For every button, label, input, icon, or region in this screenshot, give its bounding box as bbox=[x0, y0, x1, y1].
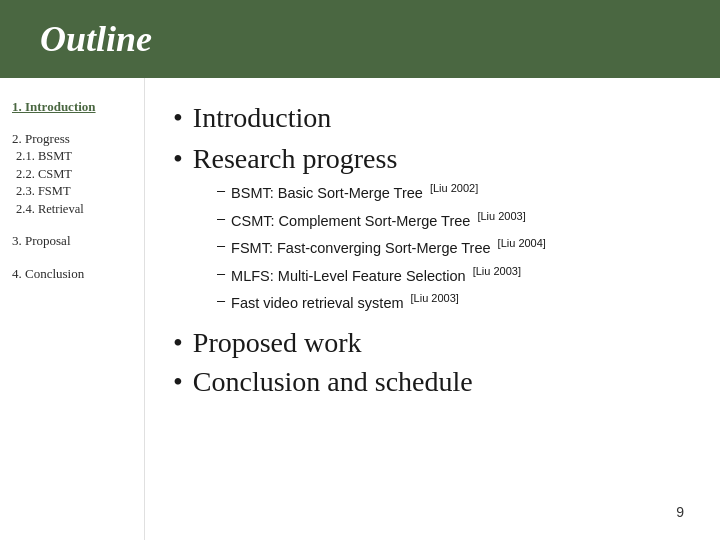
top-section: • Introduction • Research progress – bbox=[173, 100, 688, 403]
sub-fsmt: – FSMT: Fast-converging Sort-Merge Tree … bbox=[217, 235, 688, 260]
sub-video: – Fast video retrieval system [Liu 2003] bbox=[217, 290, 688, 315]
header: Outline bbox=[0, 0, 720, 78]
sub-mlfs: – MLFS: Multi-Level Feature Selection [L… bbox=[217, 263, 688, 288]
sidebar-item-progress[interactable]: 2. Progress bbox=[12, 130, 132, 148]
page-number: 9 bbox=[173, 504, 688, 520]
sidebar-item-bsmt[interactable]: 2.1. BSMT bbox=[12, 148, 132, 166]
research-section: • Research progress – BSMT: Basic Sort-M… bbox=[173, 141, 688, 315]
intro-section: • Introduction bbox=[173, 100, 688, 135]
research-main-bullet: • Research progress bbox=[173, 141, 688, 176]
sidebar-item-intro[interactable]: 1. Introduction bbox=[12, 98, 132, 116]
research-sub-bullets: – BSMT: Basic Sort-Merge Tree [Liu 2002]… bbox=[217, 180, 688, 315]
sidebar-item-proposal[interactable]: 3. Proposal bbox=[12, 232, 132, 250]
sidebar-item-csmt[interactable]: 2.2. CSMT bbox=[12, 166, 132, 184]
sidebar-item-fsmt[interactable]: 2.3. FSMT bbox=[12, 183, 132, 201]
intro-main-bullet: • Introduction bbox=[173, 100, 688, 135]
slide: Outline 1. Introduction 2. Progress 2.1.… bbox=[0, 0, 720, 540]
slide-title: Outline bbox=[40, 18, 152, 60]
sub-csmt: – CSMT: Complement Sort-Merge Tree [Liu … bbox=[217, 208, 688, 233]
bottom-bullets: • Proposed work • Conclusion and schedul… bbox=[173, 325, 688, 399]
bullet-dot-research: • bbox=[173, 141, 183, 176]
main-content: • Introduction • Research progress – bbox=[145, 78, 720, 540]
bullet-dot-conclusion: • bbox=[173, 364, 183, 399]
sidebar-progress-group: 2. Progress 2.1. BSMT 2.2. CSMT 2.3. FSM… bbox=[12, 130, 132, 218]
sidebar-item-retrieval[interactable]: 2.4. Retrieval bbox=[12, 201, 132, 219]
bullet-dot-proposed: • bbox=[173, 325, 183, 360]
bullet-dot-intro: • bbox=[173, 100, 183, 135]
content-area: 1. Introduction 2. Progress 2.1. BSMT 2.… bbox=[0, 78, 720, 540]
proposed-bullet: • Proposed work bbox=[173, 325, 688, 360]
conclusion-schedule-bullet: • Conclusion and schedule bbox=[173, 364, 688, 399]
sub-bsmt: – BSMT: Basic Sort-Merge Tree [Liu 2002] bbox=[217, 180, 688, 205]
sidebar-item-conclusion[interactable]: 4. Conclusion bbox=[12, 265, 132, 283]
sidebar: 1. Introduction 2. Progress 2.1. BSMT 2.… bbox=[0, 78, 145, 540]
